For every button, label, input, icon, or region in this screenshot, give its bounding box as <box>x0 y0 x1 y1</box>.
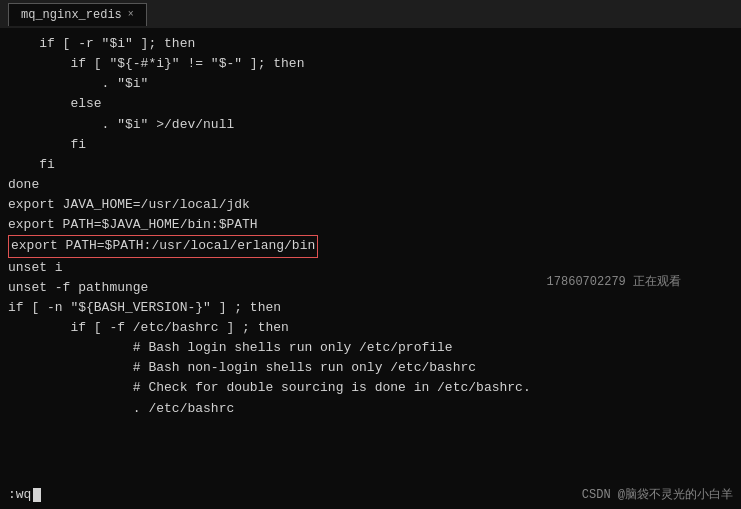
watermark: 17860702279 正在观看 <box>547 273 681 290</box>
terminal-line: # Check for double sourcing is done in /… <box>8 378 733 398</box>
terminal-line: fi <box>8 155 733 175</box>
bottom-bar: :wq CSDN @脑袋不灵光的小白羊 <box>0 486 741 503</box>
terminal-line: if [ -f /etc/bashrc ] ; then <box>8 318 733 338</box>
terminal-line: . "$i" >/dev/null <box>8 115 733 135</box>
terminal-line: fi <box>8 135 733 155</box>
terminal-line: if [ "${-#*i}" != "$-" ]; then <box>8 54 733 74</box>
terminal-line: export PATH=$JAVA_HOME/bin:$PATH <box>8 215 733 235</box>
terminal-body: if [ -r "$i" ]; then if [ "${-#*i}" != "… <box>0 28 741 509</box>
tab-close-icon[interactable]: × <box>128 9 134 20</box>
terminal-line: else <box>8 94 733 114</box>
terminal-line: export PATH=$PATH:/usr/local/erlang/bin <box>8 235 733 257</box>
cmd-line: :wq <box>8 486 41 503</box>
terminal-line: if [ -n "${BASH_VERSION-}" ] ; then <box>8 298 733 318</box>
highlighted-line: export PATH=$PATH:/usr/local/erlang/bin <box>8 235 318 257</box>
terminal-line: # Bash non-login shells run only /etc/ba… <box>8 358 733 378</box>
terminal-line: done <box>8 175 733 195</box>
tab[interactable]: mq_nginx_redis × <box>8 3 147 26</box>
terminal-line: export JAVA_HOME=/usr/local/jdk <box>8 195 733 215</box>
bottom-right-label: CSDN @脑袋不灵光的小白羊 <box>582 486 733 503</box>
lines-container: if [ -r "$i" ]; then if [ "${-#*i}" != "… <box>8 34 733 419</box>
terminal-line: if [ -r "$i" ]; then <box>8 34 733 54</box>
terminal-line: . /etc/bashrc <box>8 399 733 419</box>
tab-label: mq_nginx_redis <box>21 8 122 22</box>
terminal-line: # Bash login shells run only /etc/profil… <box>8 338 733 358</box>
title-bar: mq_nginx_redis × <box>0 0 741 28</box>
cursor <box>33 488 41 502</box>
terminal-line: . "$i" <box>8 74 733 94</box>
cmd-prompt: :wq <box>8 487 31 502</box>
